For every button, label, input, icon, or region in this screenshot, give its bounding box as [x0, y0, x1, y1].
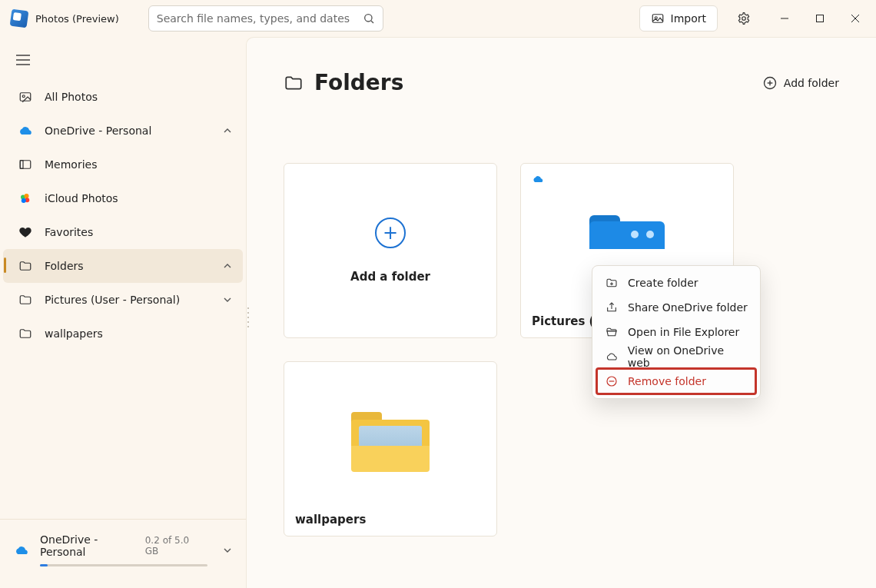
chevron-up-icon — [223, 126, 232, 135]
sidebar-label: Favorites — [45, 226, 93, 238]
folder-graphic — [351, 412, 430, 472]
hamburger-button[interactable] — [8, 45, 38, 75]
plus-circle-icon — [762, 75, 778, 91]
sidebar-item-folders[interactable]: Folders — [3, 249, 243, 283]
folder-icon — [18, 327, 32, 341]
sidebar-item-wallpapers[interactable]: wallpapers — [3, 317, 243, 350]
plus-circle-icon: + — [375, 218, 406, 248]
folder-plus-icon — [606, 277, 618, 289]
onedrive-icon — [18, 125, 33, 136]
svg-point-0 — [365, 15, 372, 22]
ctx-create-folder[interactable]: Create folder — [597, 271, 755, 295]
sidebar-label: wallpapers — [45, 327, 103, 340]
close-button[interactable] — [838, 5, 873, 32]
titlebar: Photos (Preview) Import — [0, 0, 876, 37]
svg-point-13 — [22, 95, 25, 98]
ctx-label: View on OneDrive web — [628, 344, 748, 369]
svg-point-4 — [742, 17, 746, 21]
svg-rect-6 — [817, 15, 824, 22]
minimize-button[interactable] — [767, 5, 802, 32]
folder-graphic — [589, 215, 665, 272]
sidebar-item-onedrive[interactable]: OneDrive - Personal — [3, 114, 243, 148]
import-icon — [651, 12, 665, 25]
svg-rect-15 — [20, 161, 23, 169]
import-button[interactable]: Import — [639, 5, 718, 32]
svg-point-17 — [25, 194, 29, 198]
sidebar-item-icloud[interactable]: iCloud Photos — [3, 181, 243, 215]
folder-card-label: wallpapers — [295, 513, 366, 527]
storage-footer[interactable]: OneDrive - Personal 0.2 of 5.0 GB — [0, 519, 246, 588]
add-folder-button[interactable]: Add folder — [762, 75, 839, 91]
photo-icon — [18, 90, 32, 104]
sidebar-label: iCloud Photos — [45, 192, 118, 204]
add-folder-card-label: Add a folder — [350, 270, 430, 284]
sidebar-item-pictures[interactable]: Pictures (User - Personal) — [3, 283, 243, 317]
chevron-down-icon[interactable] — [223, 546, 232, 555]
ctx-label: Open in File Explorer — [628, 326, 739, 338]
ctx-label: Create folder — [628, 277, 698, 289]
storage-progress — [40, 564, 207, 566]
sidebar-item-memories[interactable]: Memories — [3, 148, 243, 181]
main-content: Folders Add folder + Add a folder Pictur… — [246, 37, 876, 588]
storage-account: OneDrive - Personal — [40, 533, 145, 558]
memories-icon — [18, 158, 32, 171]
svg-point-19 — [22, 198, 26, 203]
app-logo — [10, 9, 29, 28]
share-icon — [606, 301, 618, 314]
ctx-view-web[interactable]: View on OneDrive web — [597, 344, 755, 369]
ctx-label: Share OneDrive folder — [628, 301, 748, 314]
hamburger-icon — [16, 55, 30, 65]
context-menu: Create folder Share OneDrive folder Open… — [592, 265, 761, 399]
sidebar-label: All Photos — [45, 91, 98, 103]
svg-line-1 — [371, 21, 373, 23]
onedrive-icon — [14, 545, 29, 556]
folder-icon — [18, 259, 32, 273]
search-input[interactable] — [157, 12, 357, 25]
heart-icon — [18, 225, 32, 239]
add-folder-label: Add folder — [784, 77, 839, 89]
sidebar-label: Folders — [45, 260, 84, 272]
gear-icon — [737, 12, 751, 25]
search-box[interactable] — [148, 5, 383, 32]
sidebar: All Photos OneDrive - Personal Memories … — [0, 37, 246, 588]
cloud-icon — [606, 350, 618, 363]
icloud-icon — [18, 191, 32, 205]
ctx-share-folder[interactable]: Share OneDrive folder — [597, 295, 755, 320]
sidebar-label: Pictures (User - Personal) — [45, 294, 180, 306]
app-title: Photos (Preview) — [35, 13, 119, 25]
storage-usage: 0.2 of 5.0 GB — [145, 535, 204, 556]
maximize-button[interactable] — [802, 5, 838, 32]
sidebar-label: Memories — [45, 158, 97, 171]
chevron-up-icon — [223, 261, 232, 271]
folder-icon — [18, 293, 32, 307]
ctx-open-explorer[interactable]: Open in File Explorer — [597, 320, 755, 344]
folder-card-wallpapers[interactable]: wallpapers — [284, 361, 497, 537]
ctx-remove-folder[interactable]: Remove folder — [597, 369, 755, 394]
page-title: Folders — [314, 70, 403, 95]
import-label: Import — [671, 12, 706, 25]
folder-icon — [284, 73, 304, 93]
ctx-label: Remove folder — [628, 375, 706, 387]
sidebar-item-favorites[interactable]: Favorites — [3, 215, 243, 249]
svg-rect-14 — [20, 161, 31, 169]
search-icon[interactable] — [363, 12, 375, 25]
chevron-down-icon — [223, 295, 232, 304]
window-controls — [767, 5, 873, 32]
folder-open-icon — [606, 326, 618, 338]
add-folder-card[interactable]: + Add a folder — [284, 163, 497, 338]
sidebar-item-all-photos[interactable]: All Photos — [3, 80, 243, 114]
sidebar-label: OneDrive - Personal — [45, 125, 151, 137]
onedrive-icon — [532, 174, 544, 184]
remove-icon — [606, 375, 618, 387]
settings-button[interactable] — [728, 5, 759, 32]
